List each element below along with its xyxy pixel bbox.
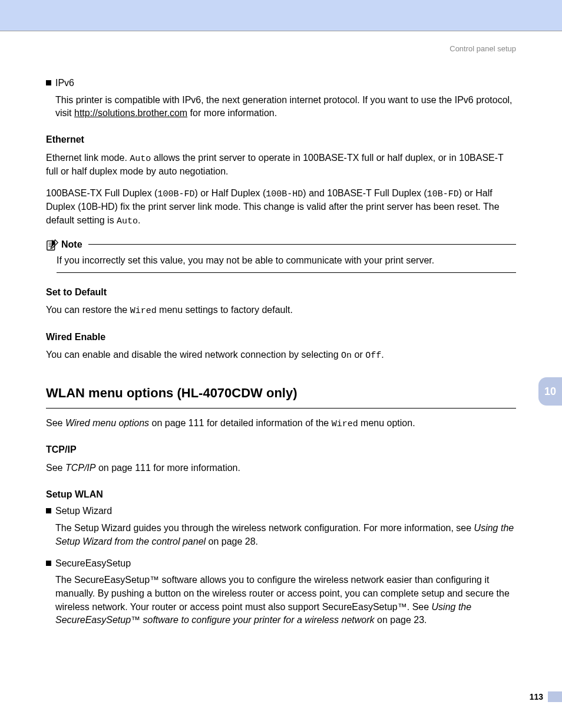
ethernet-p2-100hd: 100B-HD: [266, 189, 303, 199]
wired-enable-pre: You can enable and disable the wired net…: [46, 350, 341, 360]
set-default-mono: Wired: [130, 306, 157, 316]
ethernet-p2-a: 100BASE-TX Full Duplex (: [46, 188, 157, 198]
ses-post: on page 23.: [375, 615, 427, 625]
setup-wizard-post: on page 28.: [206, 536, 258, 546]
square-bullet-icon: [46, 508, 51, 513]
wlan-intro-post: menu option.: [358, 418, 415, 428]
tcpip-post: on page 111 for more information.: [95, 463, 240, 473]
page-content: IPv6 This printer is compatible with IPv…: [0, 53, 562, 627]
note-pencil-icon: [46, 239, 59, 252]
set-default-body: You can restore the Wired menu settings …: [46, 304, 516, 317]
wlan-intro-em: Wired menu options: [65, 418, 149, 428]
page-number: 113: [530, 692, 548, 701]
wlan-intro-pre: See: [46, 418, 65, 428]
wlan-intro-mono: Wired: [332, 419, 358, 429]
tcpip-em: TCP/IP: [65, 463, 96, 473]
set-default-post: menu settings to factory default.: [157, 305, 293, 315]
setup-wlan-heading: Setup WLAN: [46, 488, 516, 502]
ipv6-link[interactable]: http://solutions.brother.com: [74, 108, 187, 118]
wired-enable-post: .: [381, 350, 384, 360]
footer-accent-bar: [548, 691, 562, 702]
square-bullet-icon: [46, 561, 51, 566]
page-footer: 113: [530, 691, 562, 702]
chapter-side-tab: 10: [538, 377, 562, 406]
tcpip-pre: See: [46, 463, 65, 473]
wired-enable-on: On: [341, 351, 352, 361]
note-body: If you incorrectly set this value, you m…: [57, 254, 516, 273]
wired-enable-off: Off: [365, 351, 381, 361]
bullet-setup-wizard-label: Setup Wizard: [55, 505, 516, 518]
ethernet-p2-e: .: [138, 215, 140, 225]
note-header-rule: [88, 244, 516, 245]
note-header: Note: [46, 238, 516, 252]
secureeasysetup-body: The SecureEasySetup™ software allows you…: [55, 574, 516, 627]
ethernet-p2-c: ) and 10BASE-T Full Duplex (: [303, 188, 427, 198]
ethernet-p2-10fd: 10B-FD: [427, 189, 459, 199]
square-bullet-icon: [46, 80, 51, 85]
ethernet-p1-pre: Ethernet link mode.: [46, 153, 130, 163]
ethernet-p2-auto: Auto: [117, 216, 138, 226]
bullet-ipv6-label: IPv6: [55, 77, 516, 90]
note-block: Note If you incorrectly set this value, …: [46, 238, 516, 272]
ethernet-heading: Ethernet: [46, 133, 516, 147]
setup-wizard-body: The Setup Wizard guides you through the …: [55, 522, 516, 548]
ethernet-p1: Ethernet link mode. Auto allows the prin…: [46, 151, 516, 179]
ipv6-body: This printer is compatible with IPv6, th…: [55, 94, 516, 120]
bullet-secureeasysetup-label: SecureEasySetup: [55, 557, 516, 571]
wlan-title: WLAN menu options (HL-4070CDW only): [46, 384, 516, 402]
bullet-ipv6: IPv6: [46, 77, 516, 90]
wlan-intro-mid: on page 111 for detailed information of …: [149, 418, 332, 428]
section-header-label: Control panel setup: [0, 31, 562, 53]
ethernet-p2: 100BASE-TX Full Duplex (100B-FD) or Half…: [46, 187, 516, 228]
wlan-intro: See Wired menu options on page 111 for d…: [46, 417, 516, 430]
wired-enable-heading: Wired Enable: [46, 331, 516, 344]
tcpip-heading: TCP/IP: [46, 443, 516, 457]
set-default-heading: Set to Default: [46, 286, 516, 299]
wired-enable-body: You can enable and disable the wired net…: [46, 348, 516, 362]
wired-enable-mid: or: [352, 350, 365, 360]
ethernet-p2-b: ) or Half Duplex (: [194, 188, 266, 198]
bullet-setup-wizard: Setup Wizard: [46, 505, 516, 518]
ethernet-p2-100fd: 100B-FD: [157, 189, 194, 199]
bullet-secureeasysetup: SecureEasySetup: [46, 557, 516, 571]
setup-wizard-pre: The Setup Wizard guides you through the …: [55, 523, 474, 533]
ipv6-body-post: for more information.: [187, 108, 277, 118]
set-default-pre: You can restore the: [46, 305, 130, 315]
ethernet-p1-auto: Auto: [130, 154, 151, 164]
wlan-title-rule: [46, 408, 516, 409]
tcpip-body: See TCP/IP on page 111 for more informat…: [46, 462, 516, 475]
note-label: Note: [61, 238, 82, 252]
top-banner: [0, 0, 562, 31]
